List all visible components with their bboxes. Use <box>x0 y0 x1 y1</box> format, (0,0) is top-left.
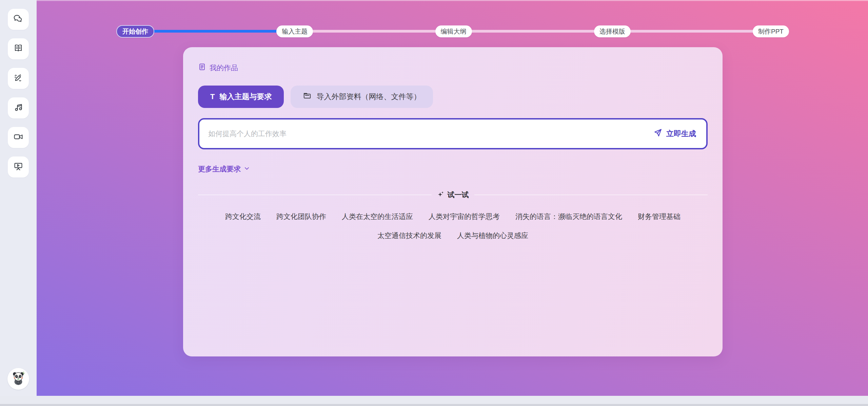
generate-now-label: 立即生成 <box>666 129 696 139</box>
try-it-label-group: 试一试 <box>437 190 469 200</box>
topic-input[interactable] <box>199 119 643 148</box>
sidebar <box>0 0 37 396</box>
sidebar-item-writing[interactable] <box>8 68 29 89</box>
sidebar-item-reading[interactable] <box>8 38 29 59</box>
suggestion-row-1: 跨文化交流 跨文化团队协作 人类在太空的生活适应 人类对宇宙的哲学思考 消失的语… <box>198 212 708 221</box>
page-bottom-strip <box>0 396 868 404</box>
sidebar-item-video[interactable] <box>8 127 29 148</box>
creation-card: 我的作品 T 输入主题与要求 导入外部资料（网络、文件等） <box>183 47 723 356</box>
try-it-label: 试一试 <box>448 190 469 200</box>
folder-icon <box>303 91 312 102</box>
suggestion-chip[interactable]: 太空通信技术的发展 <box>377 231 441 240</box>
topic-input-container: 立即生成 <box>198 118 708 149</box>
music-icon <box>13 102 24 114</box>
horizontal-scrollbar[interactable] <box>0 404 868 406</box>
my-works-link[interactable]: 我的作品 <box>198 63 238 73</box>
step-start-creating: 开始创作 <box>116 25 154 38</box>
suggestion-chip[interactable]: 人类与植物的心灵感应 <box>457 231 528 240</box>
step-choose-template: 选择模版 <box>594 25 631 37</box>
user-avatar[interactable] <box>7 368 29 390</box>
app-screen: 开始创作 输入主题 编辑大纲 选择模版 制作PPT 我的作品 T 输 <box>0 0 868 406</box>
pencil-icon <box>13 72 24 85</box>
suggestion-chip[interactable]: 财务管理基础 <box>638 212 680 221</box>
generate-now-button[interactable]: 立即生成 <box>643 119 706 148</box>
sparkle-icon <box>437 190 445 200</box>
video-camera-icon <box>13 131 24 144</box>
tab-input-topic-label: 输入主题与要求 <box>219 92 272 102</box>
document-icon <box>198 63 206 73</box>
panda-avatar <box>9 369 28 389</box>
presentation-icon <box>13 161 24 173</box>
my-works-label: 我的作品 <box>210 63 238 73</box>
sidebar-item-presentation[interactable] <box>8 156 29 178</box>
input-mode-tabs: T 输入主题与要求 导入外部资料（网络、文件等） <box>198 86 708 108</box>
more-requirements-toggle[interactable]: 更多生成要求 <box>198 164 250 174</box>
sidebar-item-music[interactable] <box>8 97 29 118</box>
chevron-down-icon <box>243 165 250 173</box>
suggestion-chip[interactable]: 人类在太空的生活适应 <box>342 212 413 221</box>
book-icon <box>13 43 24 55</box>
divider-line-right <box>474 195 708 195</box>
suggestion-chip[interactable]: 跨文化团队协作 <box>276 212 326 221</box>
text-icon: T <box>210 92 215 101</box>
tab-import-materials-label: 导入外部资料（网络、文件等） <box>316 92 421 102</box>
send-icon <box>653 128 662 139</box>
suggestion-chip[interactable]: 人类对宇宙的哲学思考 <box>429 212 500 221</box>
suggestion-chip[interactable]: 消失的语言：濒临灭绝的语言文化 <box>515 212 622 221</box>
progress-stepper: 开始创作 输入主题 编辑大纲 选择模版 制作PPT <box>116 23 789 39</box>
divider-line-left <box>198 195 432 195</box>
chat-icon <box>13 13 24 25</box>
step-edit-outline: 编辑大纲 <box>435 25 472 37</box>
suggestion-chip[interactable]: 跨文化交流 <box>225 212 261 221</box>
more-requirements-label: 更多生成要求 <box>198 164 241 174</box>
sidebar-item-chat[interactable] <box>8 9 29 30</box>
main-area: 开始创作 输入主题 编辑大纲 选择模版 制作PPT 我的作品 T 输 <box>37 0 868 396</box>
step-input-topic: 输入主题 <box>276 25 313 37</box>
suggestion-row-2: 太空通信技术的发展 人类与植物的心灵感应 <box>198 231 708 240</box>
stepper-progress <box>133 30 293 33</box>
tab-import-materials[interactable]: 导入外部资料（网络、文件等） <box>291 86 433 108</box>
try-it-divider: 试一试 <box>198 190 708 200</box>
step-make-ppt: 制作PPT <box>753 25 789 37</box>
tab-input-topic[interactable]: T 输入主题与要求 <box>198 86 284 108</box>
